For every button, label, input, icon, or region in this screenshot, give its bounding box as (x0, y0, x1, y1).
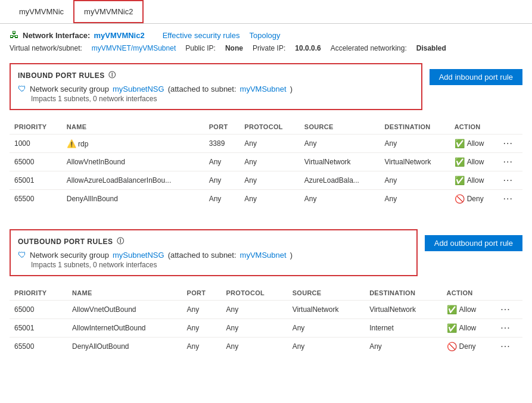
cell-source: Any (288, 338, 365, 356)
cell-source: Any (300, 190, 380, 208)
cell-name: AllowVnetOutBound (67, 301, 182, 319)
nic-name-link[interactable]: myVMVMNic2 (94, 31, 144, 40)
cell-destination: Any (380, 190, 450, 208)
accel-label: Accelerated networking: (331, 44, 407, 52)
cell-name: ⚠️ rdp (62, 135, 204, 153)
more-options-icon[interactable]: ··· (500, 304, 510, 314)
cell-more[interactable]: ··· (499, 153, 522, 171)
inbound-attached-text: (attached to subnet: (168, 85, 237, 93)
outbound-info-icon[interactable]: ⓘ (117, 236, 125, 246)
cell-more[interactable]: ··· (496, 319, 522, 338)
vnet-value-link[interactable]: myVMVNET/myVMSubnet (92, 44, 176, 52)
col-source: SOURCE (300, 120, 380, 135)
cell-name: AllowInternetOutBound (67, 319, 182, 338)
more-options-icon[interactable]: ··· (503, 157, 513, 167)
out-col-destination: DESTINATION (365, 286, 441, 301)
cell-port: Any (182, 301, 222, 319)
cell-priority: 65001 (10, 171, 62, 190)
cell-protocol: Any (239, 171, 300, 190)
outbound-impacts: Impacts 1 subnets, 0 network interfaces (31, 261, 409, 269)
tab-myvmvmnic[interactable]: myVMVMNic (10, 0, 73, 23)
add-inbound-port-rule-button[interactable]: Add inbound port rule (430, 69, 522, 85)
out-col-more (496, 286, 522, 301)
more-options-icon[interactable]: ··· (503, 175, 513, 185)
deny-icon: 🚫 (455, 194, 465, 204)
more-options-icon[interactable]: ··· (500, 341, 510, 351)
cell-more[interactable]: ··· (499, 135, 522, 153)
inbound-section: INBOUND PORT RULES ⓘ 🛡 Network security … (10, 63, 522, 208)
cell-more[interactable]: ··· (499, 190, 522, 208)
cell-action: ✅ Allow (450, 153, 499, 171)
outbound-title-text: OUTBOUND PORT RULES (18, 238, 113, 246)
cell-priority: 65500 (10, 190, 62, 208)
inbound-table-header: PRIORITY NAME PORT PROTOCOL SOURCE DESTI… (10, 120, 522, 135)
effective-security-rules-link[interactable]: Effective security rules (163, 31, 240, 40)
out-col-protocol: PROTOCOL (221, 286, 287, 301)
outbound-subnet-link[interactable]: myVMSubnet (240, 251, 287, 260)
cell-action: ✅ Allow (450, 135, 499, 153)
table-row: 65000 AllowVnetOutBound Any Any VirtualN… (10, 301, 522, 319)
inbound-info-icon[interactable]: ⓘ (108, 70, 116, 80)
cell-port: Any (204, 171, 240, 190)
cell-protocol: Any (239, 135, 300, 153)
private-ip-value: 10.0.0.6 (295, 44, 321, 52)
col-port: PORT (204, 120, 240, 135)
outbound-section-header: OUTBOUND PORT RULES ⓘ 🛡 Network security… (10, 229, 522, 281)
network-icon: 🖧 (10, 30, 19, 40)
cell-name: DenyAllInBound (62, 190, 204, 208)
table-row: 65001 AllowInternetOutBound Any Any Any … (10, 319, 522, 338)
cell-more[interactable]: ··· (496, 301, 522, 319)
cell-port: Any (182, 319, 222, 338)
cell-protocol: Any (239, 190, 300, 208)
private-ip-label: Private IP: (253, 44, 285, 52)
more-options-icon[interactable]: ··· (503, 138, 513, 148)
meta-row: Virtual network/subnet: myVMVNET/myVMSub… (10, 43, 522, 54)
cell-action: ✅ Allow (442, 319, 496, 338)
cell-name: AllowVnetInBound (62, 153, 204, 171)
outbound-nsg-text: Network security group (30, 251, 109, 260)
inbound-nsg-link[interactable]: mySubnetNSG (113, 85, 164, 93)
header-links: Effective security rules Topology (163, 31, 281, 40)
more-options-icon[interactable]: ··· (500, 323, 510, 333)
topology-link[interactable]: Topology (249, 31, 280, 40)
out-col-priority: PRIORITY (10, 286, 67, 301)
cell-protocol: Any (239, 153, 300, 171)
warn-icon: ⚠️ (67, 139, 76, 148)
col-destination: DESTINATION (380, 120, 450, 135)
inbound-closing-paren: ) (290, 85, 293, 93)
cell-port: Any (204, 153, 240, 171)
out-col-source: SOURCE (288, 286, 365, 301)
table-row: 65001 AllowAzureLoadBalancerInBou... Any… (10, 171, 522, 190)
cell-action: ✅ Allow (450, 171, 499, 190)
deny-icon: 🚫 (447, 342, 457, 351)
cell-port: 3389 (204, 135, 240, 153)
public-ip-label: Public IP: (185, 44, 216, 52)
table-row: 65000 AllowVnetInBound Any Any VirtualNe… (10, 153, 522, 171)
add-outbound-port-rule-button[interactable]: Add outbound port rule (425, 235, 522, 251)
cell-destination: VirtualNetwork (380, 153, 450, 171)
cell-more[interactable]: ··· (499, 171, 522, 190)
table-row: 1000 ⚠️ rdp 3389 Any Any Any ✅ Allow ··· (10, 135, 522, 153)
inbound-shield-icon: 🛡 (18, 84, 26, 93)
outbound-nsg-row: 🛡 Network security group mySubnetNSG (at… (18, 250, 409, 260)
cell-action: 🚫 Deny (450, 190, 499, 208)
cell-priority: 65500 (10, 338, 67, 356)
inbound-section-box: INBOUND PORT RULES ⓘ 🛡 Network security … (10, 63, 422, 110)
inbound-add-btn-wrapper: Add inbound port rule (422, 63, 522, 85)
outbound-closing-paren: ) (290, 251, 293, 260)
header-title-row: 🖧 Network Interface: myVMVMNic2 Effectiv… (10, 30, 522, 40)
inbound-subnet-link[interactable]: myVMSubnet (240, 85, 287, 93)
allow-icon: ✅ (455, 139, 465, 148)
out-col-port: PORT (182, 286, 222, 301)
table-row: 65500 DenyAllOutBound Any Any Any Any 🚫 … (10, 338, 522, 356)
cell-more[interactable]: ··· (496, 338, 522, 356)
cell-protocol: Any (221, 338, 287, 356)
outbound-nsg-link[interactable]: mySubnetNSG (113, 251, 164, 260)
more-options-icon[interactable]: ··· (503, 193, 513, 204)
outbound-section-box: OUTBOUND PORT RULES ⓘ 🛡 Network security… (10, 229, 418, 276)
cell-source: Any (288, 319, 365, 338)
inbound-title: INBOUND PORT RULES ⓘ (18, 70, 414, 80)
cell-destination: VirtualNetwork (365, 301, 441, 319)
tab-myvmvmnic2[interactable]: myVMVMNic2 (73, 0, 144, 23)
out-col-action: ACTION (442, 286, 496, 301)
